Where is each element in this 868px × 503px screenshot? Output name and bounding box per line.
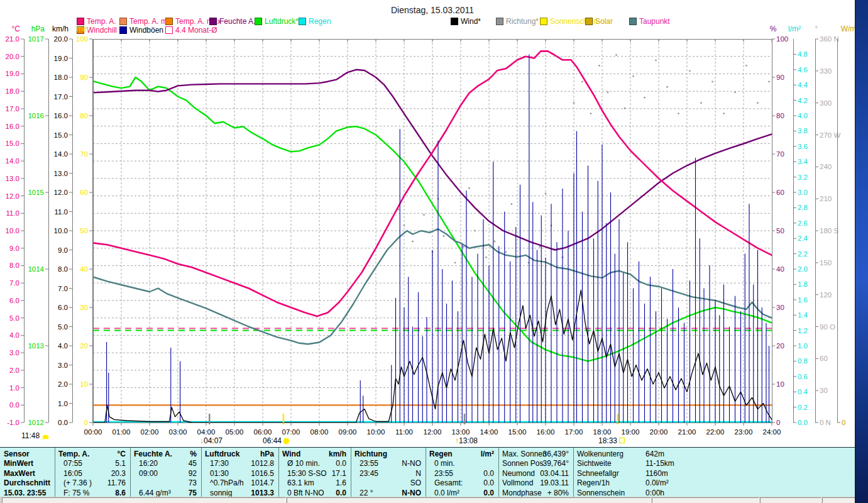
y-tick-label: 60 — [820, 355, 828, 362]
y-tick-label: 4.8 — [798, 50, 808, 58]
cell-label: 16:20 — [139, 459, 158, 468]
y-tick-label: 70 — [776, 150, 784, 158]
cell-value: N-NO — [402, 489, 421, 497]
window-right-edge — [855, 0, 868, 503]
cell-value: 20.3 — [111, 469, 126, 478]
cell-value: hPa — [260, 450, 274, 458]
cell-label: Sonnen Pos — [502, 459, 543, 468]
y-tick-label: 9.0 — [9, 245, 19, 252]
y-tick-label: 2.0 — [798, 265, 808, 273]
status-bar — [0, 497, 857, 503]
cell-label: Luftdruck — [205, 450, 239, 458]
cell-value: 92 — [189, 469, 197, 478]
cell-label: 63.1 km — [287, 478, 314, 487]
stats-cell-temp-row1: 07:555.1 — [55, 459, 130, 468]
stats-cell-luftdruck-row3: ^0.7hPa/h1014.7 — [201, 478, 278, 488]
status-bar-panel — [2, 497, 286, 503]
y-tick-label: 5.0 — [9, 314, 19, 322]
x-tick-label: 17:00 — [565, 428, 583, 436]
y-tick-label: 4.2 — [798, 97, 808, 104]
moonset-time: 04:07 — [204, 436, 222, 445]
y-tick-label: 20.0 — [54, 35, 68, 43]
weather-chart[interactable]: 00:0001:0002:0003:0004:0005:0006:0007:00… — [0, 0, 868, 448]
x-tick-label: 03:00 — [169, 428, 187, 436]
y-tick-label: 0.8 — [798, 357, 808, 365]
y-tick-label: 0.0 — [798, 419, 808, 426]
stats-cell-richtung-row2: 23:45N — [351, 469, 426, 478]
stats-cell-astro-row3: Vollmond19.03.11 — [498, 478, 573, 488]
y-tick-label: 30 — [776, 304, 784, 311]
cell-value: N-NO — [402, 459, 421, 468]
y-tick-label: 4.0 — [798, 112, 808, 119]
y-tick-label: 0 — [842, 419, 845, 426]
axis-deg: 360 N330300270 W240210180 S15012090 O603… — [815, 25, 841, 426]
y-tick-label: 3.8 — [798, 127, 808, 135]
cell-value: 0.0 — [483, 489, 494, 497]
status-bar-panel — [760, 497, 821, 503]
y-tick-label: 0.4 — [798, 388, 808, 395]
y-tick-label: 19.0 — [6, 70, 19, 77]
cell-label: 0.0 l/m² — [434, 489, 459, 497]
y-tick-label: 0 — [84, 419, 88, 426]
y-tick-label: 15.0 — [6, 140, 19, 147]
y-tick-label: -1.0 — [7, 419, 19, 426]
x-tick-label: 20:00 — [650, 428, 668, 436]
y-tick-label: 10.0 — [6, 227, 19, 235]
y-tick-label: 1.0 — [58, 400, 68, 407]
cell-value: 11-15km — [646, 459, 674, 468]
y-tick-label: 3.6 — [798, 143, 808, 150]
y-tick-label: 6.0 — [9, 297, 19, 304]
y-tick-label: 9.0 — [58, 246, 68, 254]
stats-cell-wind-row2: 15:30 S-SO17.1 — [278, 469, 351, 478]
y-tick-label: 1013 — [28, 342, 44, 350]
cell-label: 23:55 — [434, 469, 453, 478]
y-tick-label: 0.6 — [798, 373, 808, 380]
cell-label: 0 min. — [434, 459, 455, 468]
cell-label: Sichtweite — [577, 459, 612, 468]
cell-label: 22 ° — [360, 489, 373, 497]
y-tick-label: 17.0 — [6, 105, 19, 113]
y-tick-label: 30 — [820, 387, 828, 394]
y-tick-label: 1012 — [28, 419, 44, 426]
axis-hpa: 101710161015101410131012hPa — [28, 25, 48, 426]
stats-cell-feuchte-row0: Feuchte A.% — [130, 450, 201, 459]
x-tick-label: 18:00 — [593, 428, 612, 436]
cell-value: 73 — [189, 478, 197, 487]
y-tick-label: 10 — [776, 380, 784, 388]
stats-cell-astro-row1: Sonnen Pos-39,764° — [498, 459, 573, 468]
axis-hpa-header: hPa — [31, 25, 45, 33]
cell-label: Gesamt: — [434, 478, 463, 487]
stats-cell-wind-row0: Windkm/h — [278, 450, 351, 459]
cell-label: Wolkenunterg — [577, 450, 624, 458]
x-tick-label: 01:00 — [113, 428, 131, 436]
cell-label: Feuchte A. — [134, 450, 172, 458]
y-tick-label: 20.0 — [6, 53, 19, 60]
y-tick-label: 1.0 — [798, 342, 808, 350]
x-tick-label: 24:00 — [763, 428, 781, 436]
cell-label: F: 75 % — [63, 489, 89, 497]
y-tick-label: 80 — [776, 112, 784, 119]
cell-value: 0.0 — [483, 469, 494, 478]
cell-value: SO — [410, 478, 421, 487]
cell-value: 0.0l/m² — [646, 478, 669, 487]
axis-min-header: min — [77, 25, 89, 33]
cell-label: 0 Bft N-NO — [287, 489, 324, 497]
cell-value: 8.6 — [115, 489, 126, 497]
stats-cell-misc-row1: Sichtweite11-15km — [573, 459, 724, 468]
cell-label: sonnig — [210, 489, 232, 497]
y-tick-label: 13.0 — [6, 175, 19, 182]
y-tick-label: 2.8 — [798, 204, 808, 211]
y-tick-label: 3.4 — [798, 158, 808, 165]
cell-value: 19.03.11 — [540, 478, 569, 487]
y-tick-label: 330 — [820, 67, 832, 75]
y-tick-label: 12.0 — [6, 192, 19, 200]
sun-moon-annotations: ↓04:0706:44↑13:0818:33 — [0, 436, 868, 446]
y-tick-label: 1017 — [28, 35, 44, 43]
x-tick-label: 00:00 — [84, 428, 102, 436]
axis-lm2-header: l/m² — [788, 25, 801, 33]
y-tick-label: 120 — [820, 291, 832, 299]
y-tick-label: 1.0 — [9, 384, 19, 392]
y-tick-label: 21.0 — [6, 35, 19, 43]
cell-label: Vollmond — [502, 478, 533, 487]
y-tick-label: 0.0 — [58, 419, 68, 426]
